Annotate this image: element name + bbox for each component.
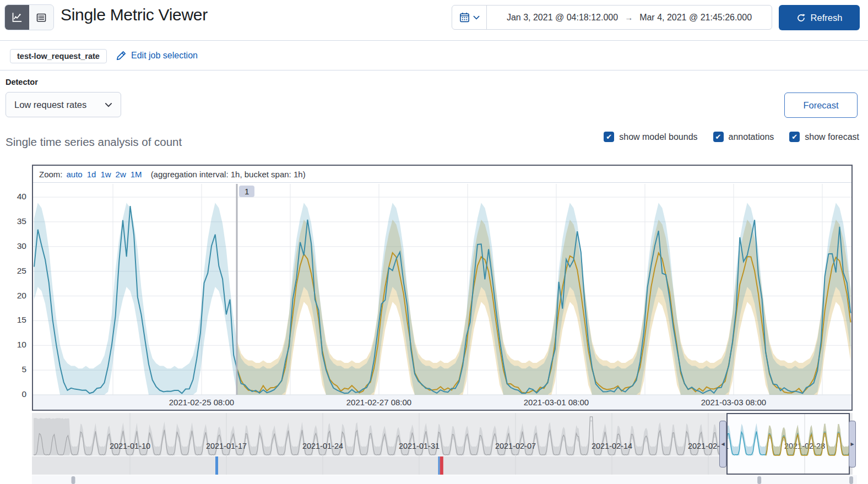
analysis-heading: Single time series analysis of count	[6, 135, 182, 149]
chevron-down-icon	[105, 102, 112, 107]
refresh-icon	[796, 13, 806, 23]
svg-text:2021-03-01 08:00: 2021-03-01 08:00	[524, 398, 589, 407]
y-tick-label: 25	[3, 266, 26, 276]
detector-select[interactable]: Low request rates	[6, 92, 121, 117]
view-toggle-group	[4, 4, 54, 30]
y-tick-label: 35	[3, 216, 26, 226]
svg-text:2021-03-03 08:00: 2021-03-03 08:00	[701, 398, 766, 407]
zoom-link-2w[interactable]: 2w	[116, 170, 126, 179]
zoom-prefix: Zoom:	[39, 170, 63, 179]
context-chart-svg: 2021-01-102021-01-172021-01-242021-01-31…	[32, 413, 857, 484]
time-range-picker: Jan 3, 2021 @ 04:18:12.000 → Mar 4, 2021…	[452, 5, 772, 30]
y-tick-label: 10	[3, 340, 26, 350]
chart-view-button[interactable]	[5, 5, 29, 30]
y-tick-label: 5	[3, 365, 26, 374]
checkbox-checked-icon[interactable]: ✔	[604, 132, 614, 142]
refresh-button[interactable]: Refresh	[779, 5, 860, 30]
chevron-down-icon	[473, 15, 480, 20]
svg-text:2021-01-31: 2021-01-31	[399, 442, 440, 450]
forecast-button[interactable]: Forecast	[784, 93, 858, 118]
table-view-button[interactable]	[29, 5, 53, 30]
svg-text:2021-02-25 08:00: 2021-02-25 08:00	[169, 398, 234, 407]
zoom-link-1w[interactable]: 1w	[100, 170, 111, 179]
line-chart-icon	[12, 12, 23, 23]
svg-text:2021-02-07: 2021-02-07	[495, 442, 536, 450]
zoom-link-auto[interactable]: auto	[67, 170, 83, 179]
zoom-links: auto1d1w2w1M	[67, 170, 142, 179]
end-date[interactable]: Mar 4, 2021 @ 21:45:26.000	[639, 13, 752, 23]
focus-chart-svg: 2021-02-25 08:002021-02-27 08:002021-03-…	[33, 183, 851, 410]
brush-handle-right[interactable]: ▶	[849, 421, 856, 467]
divider	[0, 70, 868, 70]
y-tick-label: 30	[3, 241, 26, 251]
zoom-bar: Zoom: auto1d1w2w1M (aggregation interval…	[33, 166, 851, 183]
detector-selected-value: Low request rates	[14, 100, 86, 110]
range-arrow: →	[625, 13, 633, 22]
chart-options: ✔ show model bounds ✔ annotations ✔ show…	[604, 132, 859, 142]
svg-text:2021-01-17: 2021-01-17	[206, 442, 247, 450]
aggregation-info: (aggregation interval: 1h, bucket span: …	[151, 170, 306, 179]
context-chart[interactable]: 2021-01-102021-01-172021-01-242021-01-31…	[32, 413, 857, 484]
edit-job-selection-link[interactable]: Edit job selection	[116, 51, 198, 61]
brush-handle-left[interactable]: ◀	[719, 421, 726, 467]
divider	[0, 40, 868, 41]
time-range-display: Jan 3, 2021 @ 04:18:12.000 → Mar 4, 2021…	[487, 6, 772, 29]
annotation-badge[interactable]: 1	[239, 186, 254, 197]
svg-text:2021-01-10: 2021-01-10	[110, 442, 150, 450]
focus-chart[interactable]: 2021-02-25 08:002021-02-27 08:002021-03-…	[33, 183, 851, 410]
svg-text:2021-02-27 08:00: 2021-02-27 08:00	[346, 398, 411, 407]
checkbox-show-model-bounds[interactable]: ✔ show model bounds	[604, 132, 697, 142]
y-tick-label: 15	[3, 315, 26, 325]
detector-label: Detector	[6, 78, 38, 86]
table-icon	[36, 12, 47, 23]
y-tick-label: 40	[3, 192, 26, 202]
svg-text:2021-02-14: 2021-02-14	[592, 442, 632, 450]
zoom-link-1d[interactable]: 1d	[87, 170, 96, 179]
svg-text:2021-01-24: 2021-01-24	[302, 442, 343, 450]
refresh-label: Refresh	[811, 13, 843, 23]
checkbox-checked-icon[interactable]: ✔	[789, 132, 800, 142]
checkbox-show-forecast[interactable]: ✔ show forecast	[789, 132, 859, 142]
checkbox-annotations[interactable]: ✔ annotations	[713, 132, 774, 142]
y-tick-label: 20	[3, 291, 26, 301]
single-metric-viewer-page: Single Metric Viewer Jan 3, 2021 @ 04:18…	[0, 0, 868, 484]
date-picker-menu-button[interactable]	[452, 6, 487, 29]
page-title: Single Metric Viewer	[61, 6, 208, 24]
start-date[interactable]: Jan 3, 2021 @ 04:18:12.000	[507, 13, 618, 23]
y-tick-label: 0	[3, 389, 26, 399]
calendar-icon	[459, 12, 470, 23]
zoom-link-1M[interactable]: 1M	[131, 170, 142, 179]
checkbox-checked-icon[interactable]: ✔	[713, 132, 724, 142]
edit-link-label: Edit job selection	[131, 51, 198, 61]
pencil-icon	[116, 51, 126, 61]
focus-chart-container: Zoom: auto1d1w2w1M (aggregation interval…	[32, 165, 853, 411]
job-id-badge[interactable]: test-low_request_rate	[10, 49, 107, 63]
